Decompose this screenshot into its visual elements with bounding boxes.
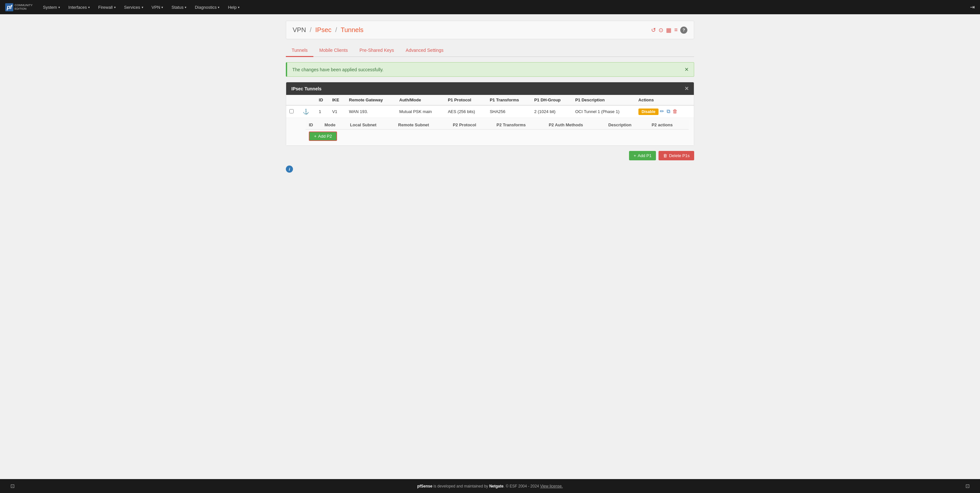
breadcrumb: VPN / IPsec / Tunnels	[293, 26, 364, 34]
disable-button[interactable]: Disable	[638, 108, 659, 115]
bottom-actions: + Add P1 🗑 Delete P1s	[286, 151, 694, 160]
navbar: pf COMMUNITYEDITION System ▾ Interfaces …	[0, 0, 980, 14]
nav-item-diagnostics[interactable]: Diagnostics ▾	[191, 3, 223, 12]
panel-title: IPsec Tunnels	[291, 86, 321, 91]
add-p2-cell: + Add P2	[305, 130, 689, 143]
tunnels-table: ID IKE Remote Gateway Auth/Mode P1 Proto…	[286, 95, 694, 146]
ike-cell: V1	[329, 105, 346, 118]
chevron-down-icon: ▾	[161, 5, 163, 9]
p2-col-mode: Mode	[321, 120, 347, 130]
add-p2-button[interactable]: + Add P2	[309, 132, 337, 141]
breadcrumb-vpn: VPN	[293, 26, 306, 33]
nav-item-firewall[interactable]: Firewall ▾	[94, 3, 119, 12]
footer-icons: ⊡ pfSense is developed and maintained by…	[4, 483, 976, 489]
status-icon[interactable]: ⊙	[659, 27, 663, 34]
p1-transforms-cell: SHA256	[487, 105, 531, 118]
p2-col-local-subnet: Local Subnet	[347, 120, 395, 130]
pfsense-logo: pf	[5, 3, 13, 11]
chevron-down-icon: ▾	[142, 5, 143, 9]
tab-mobile-clients[interactable]: Mobile Clients	[313, 44, 353, 57]
col-anchor	[299, 95, 316, 105]
breadcrumb-ipsec[interactable]: IPsec	[315, 26, 331, 33]
chart-icon[interactable]: ▦	[666, 27, 671, 34]
col-id: ID	[316, 95, 329, 105]
delete-icon[interactable]: 🗑	[673, 108, 678, 114]
p2-col-description: Description	[605, 120, 649, 130]
chevron-down-icon: ▾	[218, 5, 220, 9]
chevron-down-icon: ▾	[58, 5, 60, 9]
row-checkbox-cell	[286, 105, 299, 118]
p2-col-actions: P2 actions	[649, 120, 689, 130]
refresh-icon[interactable]: ↺	[651, 27, 656, 34]
actions-cell: Disable ✏ ⧉ 🗑	[635, 105, 694, 118]
logout-icon[interactable]: ⇥	[970, 3, 975, 11]
edit-icon[interactable]: ✏	[660, 108, 664, 114]
alert-success: The changes have been applied successful…	[286, 62, 694, 77]
p1-dh-group-cell: 2 (1024 bit)	[531, 105, 572, 118]
col-p1-description: P1 Description	[572, 95, 635, 105]
help-icon[interactable]: ?	[680, 27, 687, 34]
p2-col-p2-transforms: P2 Transforms	[493, 120, 546, 130]
nav-item-system[interactable]: System ▾	[39, 3, 64, 12]
tab-tunnels[interactable]: Tunnels	[286, 44, 313, 57]
page-header: VPN / IPsec / Tunnels ↺ ⊙ ▦ ≡ ?	[286, 21, 694, 39]
p2-col-auth-methods: P2 Auth Methods	[546, 120, 605, 130]
panel-heading: IPsec Tunnels ✕	[286, 82, 694, 95]
trash-icon: 🗑	[663, 153, 667, 158]
col-ike: IKE	[329, 95, 346, 105]
col-p1-transforms: P1 Transforms	[487, 95, 531, 105]
footer-text: pfSense is developed and maintained by N…	[417, 484, 563, 488]
nav-item-services[interactable]: Services ▾	[120, 3, 147, 12]
header-icons: ↺ ⊙ ▦ ≡ ?	[651, 27, 687, 34]
col-p1-dh-group: P1 DH-Group	[531, 95, 572, 105]
nav-menu: System ▾ Interfaces ▾ Firewall ▾ Service…	[39, 3, 970, 12]
phase2-wrapper: ID Mode Local Subnet Remote Subnet P2 Pr…	[286, 118, 694, 146]
col-auth-mode: Auth/Mode	[396, 95, 445, 105]
nav-item-help[interactable]: Help ▾	[224, 3, 243, 12]
plus-icon: +	[633, 153, 636, 158]
p2-empty-row: + Add P2	[305, 130, 689, 143]
footer-license-link[interactable]: View license.	[540, 484, 563, 488]
anchor-icon: ⚓	[303, 109, 309, 114]
breadcrumb-tunnels[interactable]: Tunnels	[340, 26, 363, 33]
p1-protocol-cell: AES (256 bits)	[445, 105, 487, 118]
footer-left-icon[interactable]: ⊡	[10, 483, 14, 489]
plus-icon: +	[314, 134, 317, 139]
ipsec-tunnels-panel: IPsec Tunnels ✕ ID IKE Remote Gateway Au…	[286, 82, 694, 146]
tab-pre-shared-keys[interactable]: Pre-Shared Keys	[353, 44, 400, 57]
info-icon[interactable]: i	[286, 165, 293, 173]
tab-advanced-settings[interactable]: Advanced Settings	[400, 44, 450, 57]
p1-description-cell: OCI Tunnel 1 (Phase 1)	[572, 105, 635, 118]
p2-col-p2-protocol: P2 Protocol	[450, 120, 493, 130]
brand-logo: pf COMMUNITYEDITION	[5, 3, 33, 11]
table-row: ⚓ 1 V1 WAN 193. Mutual PSK main AES (256…	[286, 105, 694, 118]
phase2-row: ID Mode Local Subnet Remote Subnet P2 Pr…	[286, 118, 694, 146]
p2-col-remote-subnet: Remote Subnet	[395, 120, 450, 130]
nav-item-vpn[interactable]: VPN ▾	[148, 3, 167, 12]
footer-right-icon[interactable]: ⊡	[966, 483, 970, 489]
chevron-down-icon: ▾	[185, 5, 186, 9]
nav-item-status[interactable]: Status ▾	[167, 3, 190, 12]
copy-icon[interactable]: ⧉	[667, 108, 670, 114]
chevron-down-icon: ▾	[114, 5, 116, 9]
row-checkbox[interactable]	[290, 109, 294, 113]
col-checkbox	[286, 95, 299, 105]
list-icon[interactable]: ≡	[674, 27, 678, 33]
add-p1-button[interactable]: + Add P1	[629, 151, 656, 160]
footer: ⊡ pfSense is developed and maintained by…	[0, 479, 980, 493]
anchor-cell: ⚓	[299, 105, 316, 118]
footer-maintainer: Netgate	[489, 484, 504, 488]
info-section: i	[286, 165, 694, 173]
phase2-table: ID Mode Local Subnet Remote Subnet P2 Pr…	[305, 120, 689, 143]
nav-item-interfaces[interactable]: Interfaces ▾	[65, 3, 94, 12]
tabs: Tunnels Mobile Clients Pre-Shared Keys A…	[286, 44, 694, 57]
col-actions: Actions	[635, 95, 694, 105]
col-remote-gateway: Remote Gateway	[346, 95, 396, 105]
panel-close-button[interactable]: ✕	[684, 86, 689, 92]
col-p1-protocol: P1 Protocol	[445, 95, 487, 105]
delete-p1s-button[interactable]: 🗑 Delete P1s	[659, 151, 694, 160]
alert-close-button[interactable]: ✕	[684, 67, 689, 73]
footer-brand: pfSense	[417, 484, 433, 488]
alert-message: The changes have been applied successful…	[292, 67, 383, 72]
remote-gateway-cell: WAN 193.	[346, 105, 396, 118]
